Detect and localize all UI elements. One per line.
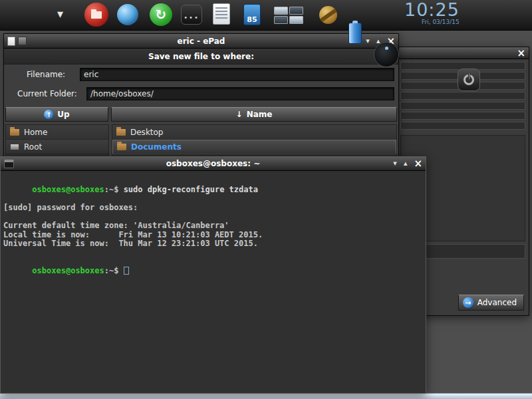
place-label: Home (24, 128, 47, 137)
taskbar: ▾ ↻ ••• 85 10:25 Fri, 03/13/15 (0, 0, 532, 31)
settings-titlebar[interactable]: × (397, 47, 529, 59)
no-entry-icon[interactable] (319, 6, 337, 24)
keypad-dots-icon: ••• (184, 14, 200, 21)
close-icon[interactable]: × (414, 159, 422, 168)
settings-list-row[interactable] (400, 92, 525, 100)
up-arrow-icon: ↑ (44, 110, 53, 119)
refresh-launcher-icon[interactable]: ↻ (150, 3, 172, 26)
terminal-line: osboxes@osboxes:~$ sudo dpkg-reconfigure… (3, 176, 423, 203)
terminal-output[interactable]: osboxes@osboxes:~$ sudo dpkg-reconfigure… (1, 171, 426, 290)
terminal-cursor (124, 267, 129, 275)
bottom-window-edge (0, 393, 532, 399)
terminal-prompt-line: osboxes@osboxes:~$ (3, 257, 423, 285)
epad-tool-icon (18, 37, 27, 45)
battery-icon[interactable] (348, 23, 362, 44)
advanced-arrow-icon: → (463, 297, 473, 308)
terminal-line: Current default time zone: 'Australia/Ca… (3, 221, 423, 231)
terminal-launcher-icon[interactable]: ••• (181, 5, 202, 25)
clock-widget[interactable]: 10:25 Fri, 03/13/15 (404, 1, 460, 25)
files-launcher-icon[interactable] (84, 3, 108, 27)
file-label: Desktop (130, 128, 164, 137)
chevron-down-icon[interactable]: ▾ (57, 7, 63, 21)
place-item-home[interactable]: Home (6, 125, 108, 140)
sort-button-label: Name (247, 110, 273, 119)
workspace-switcher[interactable] (274, 7, 303, 24)
prompt-user: osboxes@osboxes (32, 266, 104, 275)
workspace-thumb[interactable] (274, 7, 288, 15)
terminal-line: Universal Time is now: Thu Mar 12 23:21:… (3, 239, 423, 249)
settings-list-row[interactable] (400, 122, 525, 130)
folder-icon (117, 144, 126, 150)
document-launcher-icon[interactable] (213, 3, 230, 25)
current-folder-input[interactable] (86, 87, 394, 100)
workspace-thumb[interactable] (289, 7, 303, 15)
advanced-button-label: Advanced (477, 298, 517, 307)
sort-down-icon: ↓ (236, 110, 243, 119)
terminal-window: osboxes@osboxes: ~ ▾ ▴ × osboxes@osboxes… (0, 156, 426, 394)
sort-by-name-button[interactable]: ↓ Name (111, 107, 397, 122)
terminal-line-blank (3, 212, 423, 221)
up-button-label: Up (57, 110, 69, 119)
command-text: sudo dpkg-reconfigure tzdata (124, 185, 258, 194)
filename-label: Filename: (8, 70, 80, 79)
unshade-icon[interactable]: ▴ (404, 159, 408, 168)
workspace-thumb[interactable] (289, 16, 303, 24)
save-dialog-heading: Save new file to where: (4, 49, 398, 65)
shade-icon[interactable]: ▾ (366, 37, 370, 46)
workspace-thumb[interactable] (274, 16, 288, 24)
place-label: Root (24, 142, 42, 152)
power-button[interactable] (458, 68, 480, 91)
battery-indicator[interactable]: 85 (243, 4, 261, 25)
file-item-documents-selected[interactable]: Documents (112, 140, 396, 154)
browser-launcher-icon[interactable] (117, 4, 138, 25)
epad-app-icon (7, 37, 15, 46)
settings-list-row[interactable] (400, 112, 525, 120)
terminal-line: Local time is now: Fri Mar 13 10:21:03 A… (3, 231, 423, 240)
terminal-line-blank (3, 249, 423, 258)
battery-percent-label: 85 (247, 15, 257, 24)
refresh-icon: ↻ (156, 7, 167, 23)
place-item-root[interactable]: Root (6, 140, 108, 154)
filename-input[interactable] (80, 68, 394, 81)
folder-icon (116, 129, 126, 136)
prompt-user: osboxes@osboxes (32, 185, 104, 194)
gauge-monitor-icon[interactable] (374, 42, 399, 67)
advanced-button[interactable]: → Advanced (458, 295, 524, 311)
folder-icon (10, 129, 19, 136)
current-folder-label: Current Folder: (8, 89, 86, 98)
epad-titlebar[interactable]: eric - ePad ▾ ▴ × (4, 34, 398, 49)
clock-time: 10:25 (404, 1, 460, 19)
folder-icon (91, 11, 102, 19)
settings-list-row[interactable] (400, 102, 525, 110)
close-icon[interactable]: × (517, 49, 525, 58)
file-label: Documents (131, 142, 182, 152)
shade-icon[interactable]: ▾ (393, 159, 397, 168)
epad-window-title: eric - ePad (4, 37, 398, 46)
terminal-window-title: osboxes@osboxes: ~ (1, 159, 426, 168)
terminal-icon (4, 160, 14, 168)
file-item-desktop[interactable]: Desktop (112, 125, 396, 140)
terminal-line: [sudo] password for osboxes: (3, 203, 423, 213)
drive-icon (10, 144, 19, 150)
up-button[interactable]: ↑ Up (5, 107, 108, 122)
terminal-titlebar[interactable]: osboxes@osboxes: ~ ▾ ▴ × (1, 157, 426, 171)
